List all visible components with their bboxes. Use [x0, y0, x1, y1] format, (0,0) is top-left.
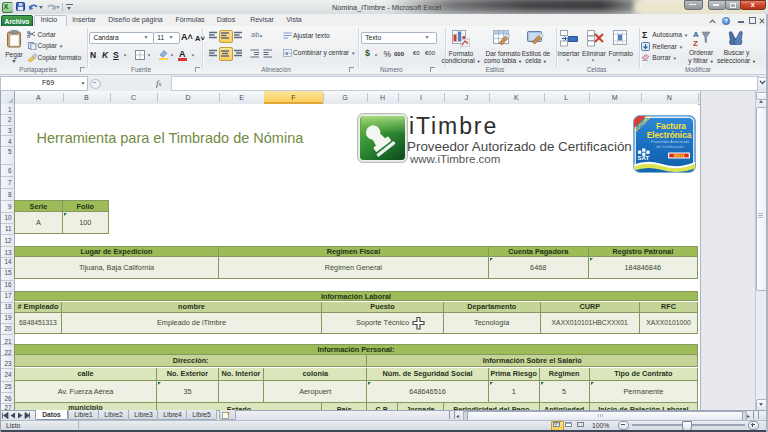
svg-text:89934: 89934 [674, 154, 685, 158]
svg-text:SAT: SAT [638, 155, 650, 161]
svg-text:Z: Z [693, 38, 698, 46]
svg-text:de Certificación: de Certificación [656, 143, 684, 148]
svg-text:a: a [285, 50, 288, 56]
